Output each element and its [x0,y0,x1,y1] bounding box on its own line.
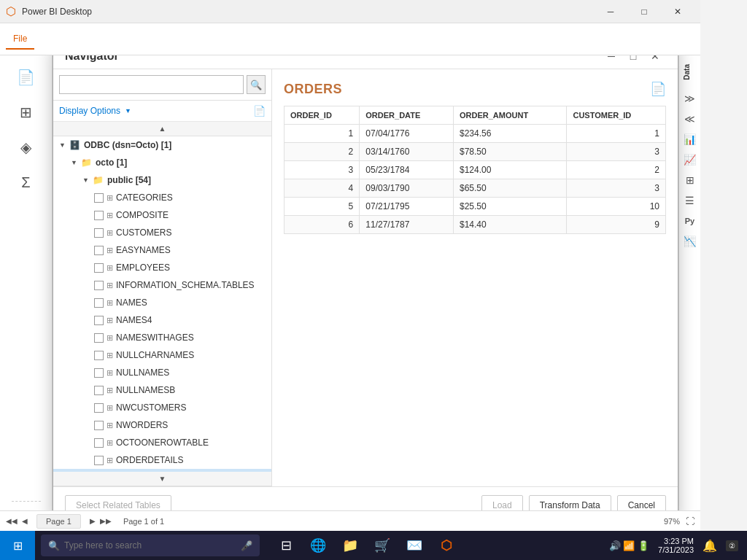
tree-table-nworders[interactable]: ⊞NWORDERS [53,416,271,434]
tree-table-customers[interactable]: ⊞CUSTOMERS [53,224,271,241]
nav-preview-export-icon[interactable]: 📄 [650,81,666,97]
tree-table-employees[interactable]: ⊞EMPLOYEES [53,259,271,276]
tree-checkbox-information_schema.tables[interactable] [94,281,104,290]
tree-checkbox-nullnames[interactable] [94,368,104,378]
right-linearea-icon[interactable]: 📈 [681,150,700,169]
tree-checkbox-orderdetails[interactable] [94,456,104,465]
minimize-button[interactable]: ─ [594,0,627,23]
taskbar-powerbi-button[interactable]: ⬡ [432,531,461,560]
tree-table-nullcharnames[interactable]: ⊞NULLCHARNAMES [53,346,271,364]
taskbar-notification-icon[interactable]: 🔔 [703,539,717,553]
taskbar-search-input[interactable] [64,540,196,551]
page-1-tab[interactable]: Page 1 [36,514,81,529]
tree-table-nullnames[interactable]: ⊞NULLNAMES [53,364,271,381]
nav-preview-header: ORDERS 📄 [284,81,666,97]
right-panel-data-tab[interactable]: Data [680,58,700,86]
tree-root-odbc[interactable]: ▼ 🗄️ ODBC (dsn=Octo) [1] [53,136,271,154]
taskbar-search-container[interactable]: 🔍 🎤 [41,534,260,556]
table-row: 409/03/1790$65.503 [285,179,666,198]
cancel-button[interactable]: Cancel [617,495,666,511]
load-button[interactable]: Load [481,495,523,511]
sidebar-data-icon[interactable]: ⊞ [10,96,42,128]
tree-checkbox-composite[interactable] [94,211,104,220]
tree-table-composite[interactable]: ⊞COMPOSITE [53,206,271,224]
nav-close-button[interactable]: ✕ [644,55,666,67]
nav-search-bar: 🔍 [53,69,271,101]
tree-checkbox-names[interactable] [94,298,104,308]
right-list-icon[interactable]: ☰ [681,191,700,210]
sidebar-model-icon[interactable]: ◈ [10,131,42,163]
tree-octo[interactable]: ▼ 📁 octo [1] [53,154,271,171]
tree-table-octoonerowtable[interactable]: ⊞OCTOONEROWTABLE [53,434,271,451]
tree-table-information_schema.tables[interactable]: ⊞INFORMATION_SCHEMA.TABLES [53,276,271,294]
tree-table-names4[interactable]: ⊞NAMES4 [53,311,271,329]
right-table-icon[interactable]: ⊞ [681,171,700,190]
tree-table-icon-customers: ⊞ [107,228,113,238]
taskbar-edge-button[interactable]: 🌐 [303,531,333,560]
page-next-button[interactable]: ▶ [87,516,98,527]
nav-maximize-button[interactable]: □ [622,55,644,67]
taskbar-store-button[interactable]: 🛒 [368,531,397,560]
page-prev-button[interactable]: ◀ [19,516,31,527]
tree-checkbox-names4[interactable] [94,316,104,325]
tree-checkbox-nwcustomers[interactable] [94,403,104,413]
tree-table-easynames[interactable]: ⊞EASYNAMES [53,241,271,259]
maximize-button[interactable]: □ [627,0,661,23]
tree-table-nwcustomers[interactable]: ⊞NWCUSTOMERS [53,399,271,416]
tree-table-nullnamesb[interactable]: ⊞NULLNAMESB [53,381,271,399]
tree-table-icon-names: ⊞ [107,298,113,308]
tree-table-icon-nameswithages: ⊞ [107,333,113,343]
taskbar-taskview-button[interactable]: ⊟ [271,531,301,560]
right-collapse-icon[interactable]: ≪ [681,109,700,128]
nav-tree: ▼ 🗄️ ODBC (dsn=Octo) [1] ▼ 📁 octo [1] [53,136,271,472]
display-options-chevron-icon: ▼ [125,107,131,114]
tree-public-label: public [54] [107,175,151,185]
tree-table-names[interactable]: ⊞NAMES [53,294,271,311]
select-related-tables-button[interactable]: Select Related Tables [65,495,171,511]
nav-export-icon[interactable]: 📄 [253,105,266,117]
tree-checkbox-octoonerowtable[interactable] [94,438,104,448]
taskbar-explorer-button[interactable]: 📁 [336,531,365,560]
close-button[interactable]: ✕ [661,0,694,23]
tree-checkbox-categories[interactable] [94,193,104,203]
navigator-dialog: Navigator ─ □ ✕ [53,55,678,510]
right-python-icon[interactable]: Py [681,211,700,230]
nav-display-options[interactable]: Display Options ▼ 📄 [53,101,271,122]
tree-checkbox-nameswithages[interactable] [94,333,104,343]
nav-preview-title: ORDERS [284,82,342,97]
tree-checkbox-nullnamesb[interactable] [94,386,104,395]
tree-checkbox-customers[interactable] [94,228,104,238]
ribbon-tab-file[interactable]: File [6,29,34,50]
tree-checkbox-easynames[interactable] [94,246,104,255]
navigator-title: Navigator [65,55,119,63]
cell-order-amount: $124.00 [453,161,566,179]
page-last-button[interactable]: ▶▶ [100,516,112,527]
right-visual-icon[interactable]: 📉 [681,232,700,251]
tree-public[interactable]: ▼ 📁 public [54] [53,171,271,189]
tree-table-categories[interactable]: ⊞CATEGORIES [53,189,271,206]
sidebar-report-icon[interactable]: 📄 [10,61,42,93]
start-button[interactable]: ⊞ [0,531,35,560]
tree-scroll-up-button[interactable]: ▲ [53,122,271,136]
right-chart-icon[interactable]: 📊 [681,130,700,149]
sidebar-dax-icon[interactable]: Σ [10,166,42,198]
zoom-fit-icon[interactable]: ⛶ [686,516,694,526]
nav-search-input[interactable] [59,75,244,94]
app-icon: ⬡ [6,4,16,18]
tree-table-orderdetails[interactable]: ⊞ORDERDETAILS [53,451,271,469]
transform-data-button[interactable]: Transform Data [529,495,611,511]
tree-checkbox-nworders[interactable] [94,421,104,430]
tree-checkbox-nullcharnames[interactable] [94,351,104,360]
page-first-button[interactable]: ◀◀ [6,516,18,527]
taskbar-mail-button[interactable]: ✉️ [400,531,429,560]
nav-search-icon-button[interactable]: 🔍 [247,75,266,94]
nav-minimize-button[interactable]: ─ [600,55,622,67]
taskbar-time[interactable]: 3:23 PM 7/31/2023 [658,537,694,554]
taskbar-mic-icon[interactable]: 🎤 [241,540,252,551]
cell-customer-id: 9 [567,216,666,234]
right-expand-icon[interactable]: ≫ [681,89,700,108]
tree-table-nameswithages[interactable]: ⊞NAMESWITHAGES [53,329,271,346]
tree-checkbox-employees[interactable] [94,263,104,273]
tree-arrow-octo: ▼ [71,159,78,166]
tree-scroll-down-button[interactable]: ▼ [53,472,271,486]
